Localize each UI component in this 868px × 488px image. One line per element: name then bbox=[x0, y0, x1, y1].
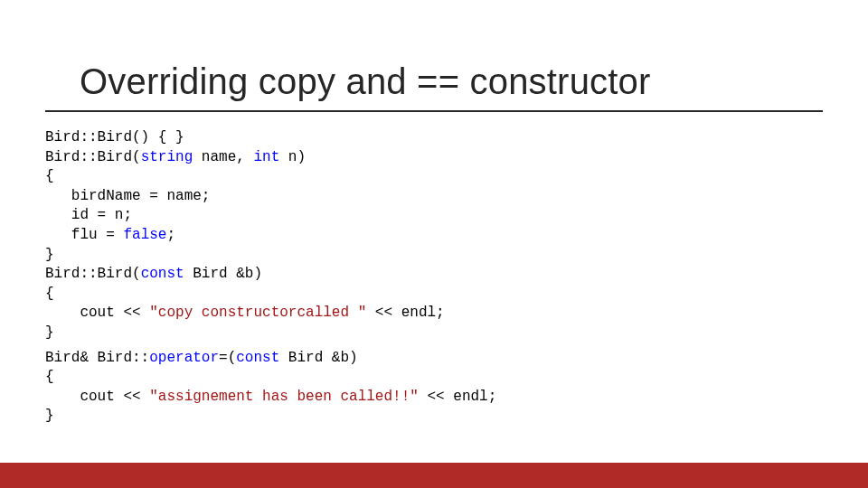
code-line-14c: << endl; bbox=[419, 389, 496, 405]
code-line-2c: name, bbox=[193, 149, 253, 165]
kw-const-1: const bbox=[141, 266, 184, 282]
code-line-7: } bbox=[45, 247, 54, 263]
code-line-2e: n) bbox=[279, 149, 306, 165]
code-line-6c: ; bbox=[166, 227, 175, 243]
code-line-3: { bbox=[45, 168, 54, 184]
code-line-9: { bbox=[45, 286, 54, 302]
kw-const-2: const bbox=[236, 350, 279, 366]
slide: Overriding copy and == constructor Bird:… bbox=[0, 0, 868, 488]
code-block: Bird::Bird() { } Bird::Bird(string name,… bbox=[45, 128, 496, 427]
slide-title: Overriding copy and == constructor bbox=[80, 61, 651, 102]
code-line-4: birdName = name; bbox=[45, 188, 210, 204]
code-line-8c: Bird &b) bbox=[184, 266, 262, 282]
string-assign: "assignement has been called!!" bbox=[149, 389, 419, 405]
kw-int: int bbox=[253, 149, 279, 165]
footer-bar bbox=[0, 463, 868, 488]
kw-string: string bbox=[141, 149, 193, 165]
code-line-1: Bird::Bird() { } bbox=[45, 129, 184, 145]
code-line-2a: Bird::Bird( bbox=[45, 149, 141, 165]
title-underline bbox=[45, 110, 823, 112]
string-copy: "copy constructorcalled " bbox=[149, 305, 366, 321]
code-line-12c: =( bbox=[219, 350, 236, 366]
kw-operator: operator bbox=[149, 350, 219, 366]
code-line-10c: << endl; bbox=[366, 305, 444, 321]
code-line-11: } bbox=[45, 324, 54, 341]
code-line-13: { bbox=[45, 369, 54, 385]
code-line-12e: Bird &b) bbox=[279, 350, 357, 366]
code-gap bbox=[45, 343, 496, 349]
code-line-10a: cout << bbox=[45, 305, 149, 321]
code-line-14a: cout << bbox=[45, 389, 149, 405]
code-line-6a: flu = bbox=[45, 227, 123, 243]
kw-false: false bbox=[123, 227, 166, 243]
code-line-8a: Bird::Bird( bbox=[45, 266, 141, 282]
code-line-5: id = n; bbox=[45, 207, 132, 223]
code-line-12a: Bird& Bird:: bbox=[45, 350, 149, 366]
code-line-15: } bbox=[45, 408, 54, 424]
